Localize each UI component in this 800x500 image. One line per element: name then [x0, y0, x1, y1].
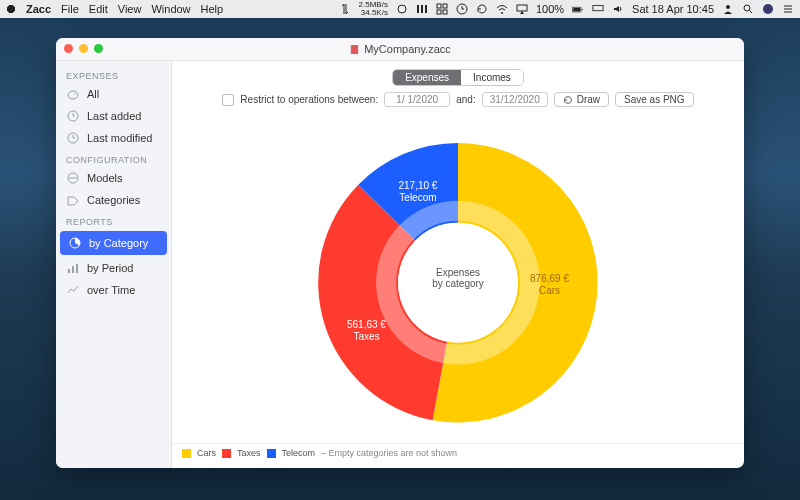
tab-expenses[interactable]: Expenses [393, 70, 461, 85]
segmented-expenses-incomes[interactable]: Expenses Incomes [392, 69, 524, 86]
svg-rect-7 [443, 10, 447, 14]
fullscreen-icon[interactable] [94, 44, 103, 53]
svg-rect-12 [582, 9, 583, 10]
menubar-netspeed: 2.5MB/s34.5K/s [359, 1, 388, 17]
restrict-checkbox[interactable] [222, 94, 234, 106]
sidebar: EXPENSES All Last added Last modified CO… [56, 61, 172, 468]
main-content: Expenses Incomes Restrict to operations … [172, 61, 744, 468]
sidebar-heading-reports: REPORTS [56, 211, 171, 229]
svg-rect-5 [443, 4, 447, 8]
date-to-input[interactable]: 31/12/2020 [482, 92, 548, 107]
menubar-datetime[interactable]: Sat 18 Apr 10:45 [632, 3, 714, 15]
sidebar-item-label: Categories [87, 194, 140, 206]
svg-rect-9 [517, 5, 527, 11]
draw-button[interactable]: Draw [554, 92, 609, 107]
svg-rect-3 [425, 5, 427, 13]
menubar-airplay-icon[interactable] [516, 3, 528, 15]
slice-label-taxes: 561,63 € Taxes [347, 319, 386, 343]
svg-point-23 [74, 93, 75, 94]
menubar-bars-icon[interactable] [416, 3, 428, 15]
menubar-volume-icon[interactable] [612, 3, 624, 15]
tag-icon [66, 193, 80, 207]
window-traffic-lights[interactable] [64, 44, 103, 53]
sidebar-item-categories[interactable]: Categories [56, 189, 171, 211]
menubar-item-help[interactable]: Help [201, 3, 224, 15]
clock-edit-icon [66, 131, 80, 145]
sidebar-item-label: Models [87, 172, 122, 184]
svg-point-22 [68, 91, 78, 99]
legend-label-telecom: Telecom [282, 448, 316, 458]
slice-label-cars: 876,69 € Cars [530, 273, 569, 297]
refresh-icon [563, 95, 573, 105]
menubar-item-file[interactable]: File [61, 3, 79, 15]
svg-rect-30 [72, 266, 74, 273]
svg-rect-4 [437, 4, 441, 8]
chart-area: Expenses by category 876,69 € Cars 561,6… [172, 113, 744, 443]
legend-swatch-taxes [222, 449, 231, 458]
close-icon[interactable] [64, 44, 73, 53]
menubar-item-edit[interactable]: Edit [89, 3, 108, 15]
legend-label-cars: Cars [197, 448, 216, 458]
svg-point-0 [398, 5, 406, 13]
filter-and-label: and: [456, 94, 475, 105]
piggy-icon [66, 87, 80, 101]
sidebar-item-last-added[interactable]: Last added [56, 105, 171, 127]
sidebar-item-label: by Period [87, 262, 133, 274]
menubar-battery-icon[interactable] [572, 3, 584, 15]
menubar-wifi-icon[interactable] [496, 3, 508, 15]
menubar-item-window[interactable]: Window [151, 3, 190, 15]
menubar-notifications-icon[interactable] [782, 3, 794, 15]
svg-rect-21 [351, 44, 358, 53]
chart-center-label: Expenses by category [432, 267, 484, 289]
sidebar-item-label: Last modified [87, 132, 152, 144]
legend-footer: Cars Taxes Telecom – Empty categories ar… [172, 443, 744, 468]
svg-point-17 [763, 4, 773, 14]
sidebar-item-label: over Time [87, 284, 135, 296]
svg-rect-11 [573, 8, 580, 12]
sidebar-item-all[interactable]: All [56, 83, 171, 105]
slice-label-telecom: 217,10 € Telecom [398, 180, 437, 204]
menubar-item-view[interactable]: View [118, 3, 142, 15]
sidebar-item-by-category[interactable]: by Category [60, 231, 167, 255]
sidebar-item-models[interactable]: Models [56, 167, 171, 189]
sidebar-item-label: by Category [89, 237, 148, 249]
menubar-updown-icon[interactable] [339, 3, 351, 15]
window-titlebar[interactable]: MyCompany.zacc [56, 38, 744, 61]
menubar-clock-icon[interactable] [456, 3, 468, 15]
menubar-refresh-icon[interactable] [476, 3, 488, 15]
menubar-circle-icon[interactable] [396, 3, 408, 15]
apple-logo-icon[interactable] [6, 4, 16, 14]
desktop-root: Zacc File Edit View Window Help 2.5MB/s3… [0, 0, 800, 500]
piechart-icon [68, 236, 82, 250]
menubar-user-icon[interactable] [722, 3, 734, 15]
minimize-icon[interactable] [79, 44, 88, 53]
barchart-icon [66, 261, 80, 275]
template-icon [66, 171, 80, 185]
date-from-input[interactable]: 1/ 1/2020 [384, 92, 450, 107]
svg-rect-1 [417, 5, 419, 13]
svg-rect-29 [68, 269, 70, 273]
restrict-label: Restrict to operations between: [240, 94, 378, 105]
tab-incomes[interactable]: Incomes [461, 70, 523, 85]
svg-rect-2 [421, 5, 423, 13]
sidebar-item-last-modified[interactable]: Last modified [56, 127, 171, 149]
svg-point-14 [726, 5, 730, 9]
svg-rect-13 [593, 6, 603, 11]
sidebar-item-label: All [87, 88, 99, 100]
document-icon [349, 44, 360, 55]
filter-row: Restrict to operations between: 1/ 1/202… [172, 90, 744, 113]
sidebar-heading-expenses: EXPENSES [56, 65, 171, 83]
menubar-grid-icon[interactable] [436, 3, 448, 15]
sidebar-item-over-time[interactable]: over Time [56, 279, 171, 301]
menubar-keyboard-icon[interactable] [592, 3, 604, 15]
sidebar-item-by-period[interactable]: by Period [56, 257, 171, 279]
sidebar-heading-configuration: CONFIGURATION [56, 149, 171, 167]
save-png-button[interactable]: Save as PNG [615, 92, 694, 107]
menubar-app-name[interactable]: Zacc [26, 3, 51, 15]
clock-icon [66, 109, 80, 123]
menubar-siri-icon[interactable] [762, 3, 774, 15]
linechart-icon [66, 283, 80, 297]
menubar-spotlight-icon[interactable] [742, 3, 754, 15]
menubar-battery-percent: 100% [536, 3, 564, 15]
svg-line-16 [750, 11, 753, 14]
